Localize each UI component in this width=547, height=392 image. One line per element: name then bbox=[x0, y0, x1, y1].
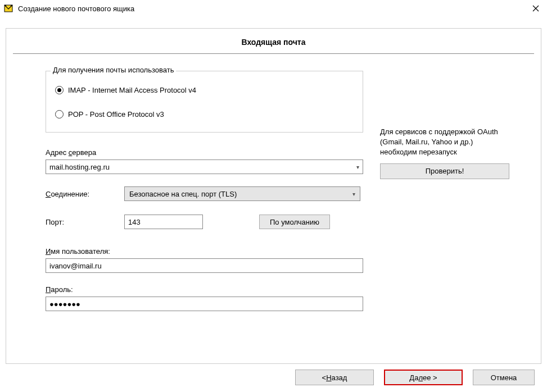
content-area: Для получения почты использовать IMAP - … bbox=[6, 71, 541, 323]
radio-pop[interactable]: POP - Post Office Protocol v3 bbox=[55, 110, 354, 118]
chevron-down-icon: ▾ bbox=[356, 164, 359, 170]
port-default-button[interactable]: По умолчанию bbox=[259, 215, 330, 229]
username-label: Имя пользователя: bbox=[46, 247, 363, 256]
next-button[interactable]: Далее > bbox=[384, 370, 463, 385]
svg-point-1 bbox=[5, 5, 6, 6]
radio-imap-label: IMAP - Internet Mail Access Protocol v4 bbox=[68, 86, 196, 94]
oauth-hint: Для сервисов с поддержкой OAuth (Gmail, … bbox=[380, 127, 509, 158]
divider bbox=[13, 53, 534, 54]
connection-combo[interactable]: Безопасное на спец. порт (TLS) ▾ bbox=[124, 186, 360, 201]
connection-row: Соединение: Безопасное на спец. порт (TL… bbox=[46, 186, 363, 201]
wizard-panel: Входящая почта Для получения почты испол… bbox=[6, 28, 541, 364]
radio-icon bbox=[55, 110, 64, 118]
side-column: Для сервисов с поддержкой OAuth (Gmail, … bbox=[363, 71, 509, 323]
cancel-button[interactable]: Отмена bbox=[473, 370, 535, 385]
radio-icon bbox=[55, 86, 64, 94]
port-label: Порт: bbox=[46, 218, 124, 226]
page-title: Входящая почта bbox=[6, 29, 541, 53]
connection-label: Соединение: bbox=[46, 190, 124, 198]
form-column: Для получения почты использовать IMAP - … bbox=[46, 71, 363, 323]
port-row: Порт: По умолчанию bbox=[46, 215, 363, 229]
verify-button[interactable]: Проверить! bbox=[380, 163, 509, 179]
radio-imap[interactable]: IMAP - Internet Mail Access Protocol v4 bbox=[55, 86, 354, 94]
server-value: mail.hosting.reg.ru bbox=[49, 163, 356, 171]
chevron-down-icon: ▾ bbox=[352, 191, 355, 197]
password-label: Пароль: bbox=[46, 285, 363, 294]
app-icon bbox=[3, 3, 13, 13]
port-input[interactable] bbox=[124, 215, 203, 229]
connection-value: Безопасное на спец. порт (TLS) bbox=[129, 190, 352, 198]
username-input[interactable] bbox=[46, 258, 363, 273]
protocol-legend: Для получения почты использовать bbox=[51, 66, 176, 74]
username-group: Имя пользователя: bbox=[46, 247, 363, 273]
back-button[interactable]: < Назад bbox=[295, 370, 374, 385]
password-input[interactable] bbox=[46, 297, 363, 311]
password-group: Пароль: bbox=[46, 285, 363, 311]
close-button[interactable] bbox=[525, 0, 547, 17]
server-combo[interactable]: mail.hosting.reg.ru ▾ bbox=[46, 159, 363, 174]
server-label: Адрес сервера bbox=[46, 148, 363, 157]
window-title: Создание нового почтового ящика bbox=[18, 4, 525, 13]
protocol-fieldset: Для получения почты использовать IMAP - … bbox=[46, 71, 363, 133]
radio-pop-label: POP - Post Office Protocol v3 bbox=[68, 110, 164, 118]
server-group: Адрес сервера mail.hosting.reg.ru ▾ bbox=[46, 148, 363, 174]
titlebar: Создание нового почтового ящика bbox=[0, 0, 547, 17]
svg-point-2 bbox=[11, 5, 12, 6]
wizard-footer: < Назад Далее > Отмена bbox=[295, 370, 535, 385]
